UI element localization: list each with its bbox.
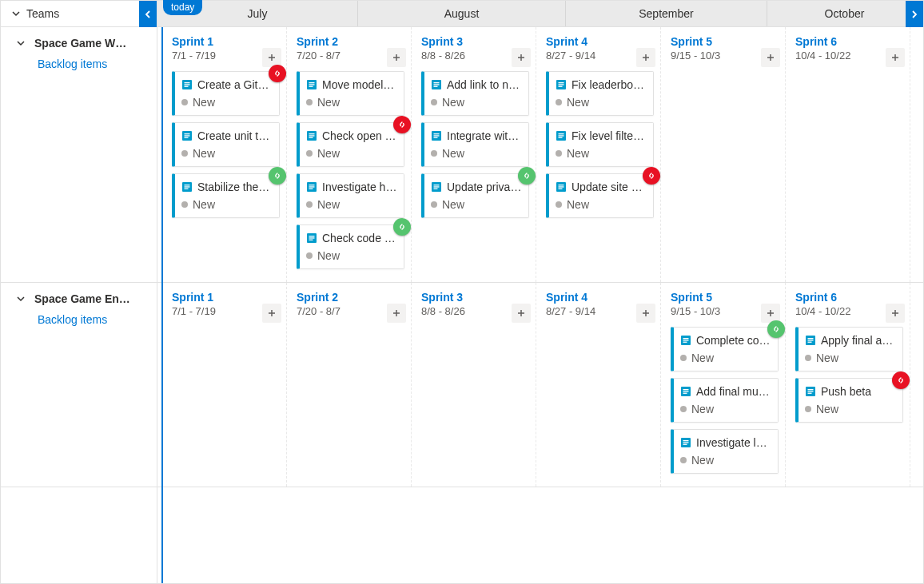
work-item-card[interactable]: Create unit te…New bbox=[172, 122, 280, 167]
work-item-card[interactable]: Fix level filteri…New bbox=[546, 122, 654, 167]
pbi-icon bbox=[805, 386, 816, 397]
state-dot-icon bbox=[556, 99, 562, 105]
sprint-name[interactable]: Sprint 2 bbox=[297, 35, 404, 48]
sprint-column: Sprint 27/20 - 8/7Move model …NewCheck o… bbox=[287, 27, 412, 282]
sprint-name[interactable]: Sprint 6 bbox=[795, 291, 903, 304]
collapse-sidebar-button[interactable] bbox=[139, 1, 157, 27]
svg-rect-69 bbox=[808, 389, 814, 390]
svg-rect-62 bbox=[683, 442, 689, 443]
card-state: New bbox=[431, 96, 522, 109]
link-badge-icon[interactable] bbox=[643, 167, 660, 185]
add-item-button[interactable] bbox=[636, 304, 655, 323]
link-badge-icon[interactable] bbox=[767, 320, 785, 338]
card-title: Push beta bbox=[821, 385, 871, 398]
work-item-card[interactable]: Update site br…New bbox=[546, 173, 654, 218]
sprint-name[interactable]: Sprint 3 bbox=[421, 291, 529, 304]
link-badge-icon[interactable] bbox=[518, 167, 536, 185]
work-item-card[interactable]: Check open s…New bbox=[297, 122, 404, 167]
svg-rect-67 bbox=[808, 342, 812, 343]
link-badge-icon[interactable] bbox=[892, 371, 910, 389]
work-item-card[interactable]: Push betaNew bbox=[795, 378, 903, 423]
sprint-name[interactable]: Sprint 5 bbox=[671, 35, 779, 48]
sprint-column: Sprint 38/8 - 8/26Add link to ne…NewInte… bbox=[412, 27, 536, 282]
sprint-name[interactable]: Sprint 1 bbox=[172, 35, 280, 48]
sprint-name[interactable]: Sprint 1 bbox=[172, 291, 280, 304]
work-item-card[interactable]: Investigate ho…New bbox=[297, 173, 404, 218]
sprint-name[interactable]: Sprint 4 bbox=[546, 35, 654, 48]
link-badge-icon[interactable] bbox=[269, 167, 286, 185]
work-item-card[interactable]: Check code f…New bbox=[297, 224, 404, 269]
pbi-icon bbox=[181, 130, 193, 141]
add-item-button[interactable] bbox=[262, 304, 281, 323]
work-item-card[interactable]: Add final mus…New bbox=[671, 378, 779, 423]
work-item-card[interactable]: Create a Git-b…New bbox=[172, 71, 280, 116]
work-item-card[interactable]: Investigate la…New bbox=[671, 429, 779, 474]
link-badge-icon[interactable] bbox=[393, 116, 411, 133]
link-badge-icon[interactable] bbox=[269, 65, 286, 82]
svg-rect-63 bbox=[683, 444, 687, 445]
add-item-button[interactable] bbox=[387, 48, 406, 67]
svg-rect-55 bbox=[683, 342, 687, 343]
add-item-button[interactable] bbox=[636, 48, 655, 67]
add-item-button[interactable] bbox=[512, 304, 531, 323]
card-title: Add link to ne… bbox=[447, 78, 522, 91]
team-header[interactable]: Space Game En… bbox=[1, 283, 157, 308]
team-header[interactable]: Space Game W… bbox=[1, 27, 157, 53]
svg-rect-7 bbox=[185, 137, 189, 138]
card-state: New bbox=[181, 147, 273, 160]
svg-rect-39 bbox=[434, 189, 438, 189]
add-item-button[interactable] bbox=[761, 48, 780, 67]
work-item-card[interactable]: Update privac…New bbox=[421, 173, 529, 218]
svg-rect-71 bbox=[808, 393, 812, 394]
sprint-header: Sprint 48/27 - 9/14 bbox=[546, 291, 654, 317]
svg-rect-70 bbox=[808, 391, 814, 391]
svg-rect-21 bbox=[309, 185, 315, 185]
svg-rect-45 bbox=[559, 133, 564, 134]
backlog-items-link[interactable]: Backlog items bbox=[1, 53, 157, 75]
add-item-button[interactable] bbox=[512, 48, 531, 67]
svg-rect-50 bbox=[559, 186, 564, 187]
work-item-card[interactable]: Add link to ne…New bbox=[421, 71, 529, 116]
scroll-right-button[interactable] bbox=[906, 1, 923, 27]
state-dot-icon bbox=[556, 201, 562, 208]
card-state: New bbox=[306, 96, 397, 109]
pbi-icon bbox=[306, 232, 317, 244]
sprint-name[interactable]: Sprint 2 bbox=[297, 291, 404, 304]
svg-rect-3 bbox=[185, 86, 189, 87]
state-label: New bbox=[567, 147, 589, 160]
work-item-card[interactable]: Apply final art…New bbox=[795, 327, 903, 371]
svg-rect-30 bbox=[434, 84, 440, 85]
state-label: New bbox=[816, 403, 838, 415]
svg-rect-10 bbox=[185, 186, 190, 187]
add-item-button[interactable] bbox=[387, 304, 406, 323]
add-item-button[interactable] bbox=[886, 304, 905, 323]
svg-rect-18 bbox=[309, 135, 315, 136]
sprint-name[interactable]: Sprint 4 bbox=[546, 291, 654, 304]
sprint-name[interactable]: Sprint 3 bbox=[421, 35, 529, 48]
sprint-header: Sprint 38/8 - 8/26 bbox=[421, 35, 529, 62]
sprint-name[interactable]: Sprint 5 bbox=[671, 291, 779, 304]
svg-rect-27 bbox=[309, 240, 313, 240]
svg-rect-61 bbox=[683, 440, 689, 441]
sprint-name[interactable]: Sprint 6 bbox=[795, 35, 903, 48]
card-title: Check code f… bbox=[322, 232, 397, 244]
sprint-header: Sprint 27/20 - 8/7 bbox=[297, 35, 404, 62]
pbi-icon bbox=[556, 181, 567, 193]
card-state: New bbox=[306, 249, 397, 262]
work-item-card[interactable]: Stabilize the b…New bbox=[172, 173, 280, 218]
work-item-card[interactable]: Complete co…New bbox=[671, 327, 779, 371]
state-label: New bbox=[193, 198, 215, 211]
timeline-months: JulyAugustSeptemberOctober bbox=[157, 1, 923, 27]
work-item-card[interactable]: Fix leaderboar…New bbox=[546, 71, 654, 116]
work-item-card[interactable]: Integrate with…New bbox=[421, 122, 529, 167]
add-item-button[interactable] bbox=[886, 48, 905, 67]
link-badge-icon[interactable] bbox=[393, 218, 411, 236]
card-state: New bbox=[805, 352, 896, 364]
svg-rect-33 bbox=[434, 133, 440, 134]
svg-rect-13 bbox=[309, 82, 315, 83]
delivery-plan-root: Teams Space Game W…Backlog itemsSpace Ga… bbox=[0, 0, 924, 584]
state-label: New bbox=[442, 96, 464, 109]
sidebar-title: Teams bbox=[26, 7, 59, 20]
backlog-items-link[interactable]: Backlog items bbox=[1, 308, 157, 331]
work-item-card[interactable]: Move model …New bbox=[297, 71, 404, 116]
